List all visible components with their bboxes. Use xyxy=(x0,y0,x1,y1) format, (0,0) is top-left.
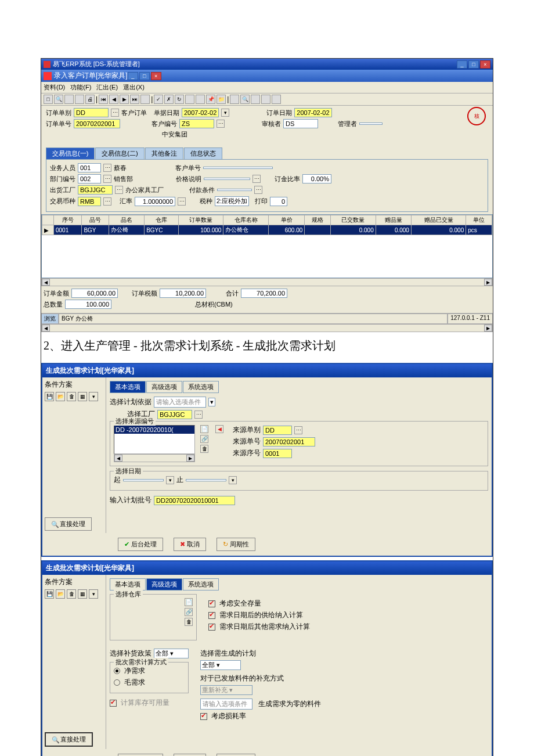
date-to-input[interactable] xyxy=(186,479,226,481)
tab-tx1[interactable]: 交易信息(一) xyxy=(46,147,95,159)
wh-add-icon[interactable]: 📄 xyxy=(185,598,193,606)
grid-col-giftdel[interactable]: 赠品已交量 xyxy=(411,215,466,225)
ship-fac-picker-icon[interactable]: ⋯ xyxy=(115,186,123,194)
copy2-icon[interactable] xyxy=(230,95,239,104)
dept-picker-icon[interactable]: ⋯ xyxy=(103,175,111,183)
pay-cond-input[interactable] xyxy=(217,189,252,191)
rate-input[interactable]: 1.0000000 xyxy=(135,197,175,206)
source-list[interactable]: DD -200702020010( xyxy=(114,425,195,454)
grid-col-qty[interactable]: 订单数量 xyxy=(178,215,223,225)
src-seq-input[interactable]: 0001 xyxy=(263,449,292,458)
tab-advanced[interactable]: 高级选项 xyxy=(146,578,182,591)
order-date2-input[interactable]: 2007-02-02 xyxy=(294,108,331,117)
factory-picker-icon[interactable]: ⋯ xyxy=(194,411,203,419)
grid-col-seq[interactable]: 序号 xyxy=(54,215,82,225)
grid-col-price[interactable]: 单价 xyxy=(269,215,305,225)
list-icon[interactable]: ▦ xyxy=(78,392,87,401)
link-source-icon[interactable]: 🔗 xyxy=(200,435,208,443)
pin-icon[interactable]: 📌 xyxy=(206,95,215,104)
direct-process-button[interactable]: 🔍直接处理 xyxy=(45,732,93,747)
arrow-left-icon[interactable]: ◀ xyxy=(215,425,223,433)
scroll-right-icon[interactable]: ▶ xyxy=(484,279,492,286)
menu-export[interactable]: 汇出(E) xyxy=(96,84,118,91)
radio-gross[interactable] xyxy=(114,679,120,686)
pay-cond-picker-icon[interactable]: ⋯ xyxy=(254,186,262,194)
direct-process-button[interactable]: 🔍直接处理 xyxy=(45,517,92,531)
chk-supply[interactable] xyxy=(208,612,215,619)
refresh-icon[interactable]: ↻ xyxy=(175,95,184,104)
new-icon[interactable]: □ xyxy=(44,95,53,104)
order-grid[interactable]: 序号 品号 品名 仓库 订单数量 仓库名称 单价 规格 已交数量 赠品量 赠品已… xyxy=(42,215,492,235)
discount-input[interactable]: 0.00% xyxy=(302,174,331,183)
outer-hscroll[interactable]: ◀ ▶ xyxy=(41,324,493,332)
date-from-picker-icon[interactable]: ▾ xyxy=(166,476,174,484)
tab-system[interactable]: 系统选项 xyxy=(183,578,219,591)
scroll-right-icon[interactable]: ▶ xyxy=(484,325,492,332)
delete-icon[interactable] xyxy=(75,95,84,104)
sales-code-input[interactable]: 001 xyxy=(78,163,101,172)
tax-select[interactable]: 2:应税外加 xyxy=(215,196,249,206)
last-icon[interactable]: ⏭ xyxy=(130,95,139,104)
save-icon[interactable]: 💾 xyxy=(45,392,54,401)
print-input[interactable]: 0 xyxy=(270,197,287,206)
scroll-left-icon[interactable]: ◀ xyxy=(42,325,50,332)
src-type-picker-icon[interactable]: ⋯ xyxy=(294,426,302,434)
tab-advanced[interactable]: 高级选项 xyxy=(146,381,182,393)
minimize-button[interactable]: _ xyxy=(457,60,467,69)
maximize-button[interactable]: □ xyxy=(468,60,479,69)
search-icon[interactable]: 🔍 xyxy=(240,95,250,104)
grid-col-name[interactable]: 品名 xyxy=(109,215,144,225)
dropdown-icon[interactable]: ▾ xyxy=(89,589,98,599)
chk-demand[interactable] xyxy=(208,624,215,631)
basis-select[interactable]: ▾ xyxy=(208,398,215,406)
grid-col-gift[interactable]: 赠品量 xyxy=(376,215,411,225)
order-date-input[interactable]: 2007-02-02 xyxy=(182,108,219,117)
grid-col-spec[interactable]: 规格 xyxy=(305,215,331,225)
audit-input[interactable]: DS xyxy=(283,119,318,128)
prev-icon[interactable]: ◀ xyxy=(109,95,118,104)
ship-fac-input[interactable]: BGJJGC xyxy=(78,185,113,195)
scroll-left-icon[interactable]: ◀ xyxy=(42,279,50,286)
grid-hscroll[interactable]: ◀ ▶ xyxy=(41,278,493,286)
menu-data[interactable]: 资料(D) xyxy=(44,84,65,91)
dropdown-icon[interactable]: ▾ xyxy=(89,392,98,401)
chk-stock[interactable] xyxy=(110,700,117,707)
chk-loss[interactable] xyxy=(200,713,207,720)
remove-source-icon[interactable]: 🗑 xyxy=(200,445,208,453)
factory-input[interactable]: BGJJGC xyxy=(157,410,192,419)
dept-code-input[interactable]: 002 xyxy=(78,174,101,183)
open-icon[interactable]: 📂 xyxy=(56,392,65,401)
cancel-icon[interactable]: ✗ xyxy=(164,95,174,104)
currency-input[interactable]: RMB xyxy=(78,197,101,206)
chk-safety[interactable] xyxy=(208,600,215,607)
delete-icon[interactable]: 🗑 xyxy=(67,392,76,401)
gen-select[interactable]: 全部 ▾ xyxy=(200,660,241,670)
tab-system[interactable]: 系统选项 xyxy=(183,381,219,393)
save-icon[interactable]: 💾 xyxy=(45,589,54,599)
radio-net[interactable] xyxy=(114,668,120,674)
folder-icon[interactable]: 📁 xyxy=(217,95,226,104)
grid-col-item[interactable]: 品号 xyxy=(82,215,109,225)
date-from-input[interactable] xyxy=(123,479,164,481)
next-icon[interactable]: ▶ xyxy=(120,95,129,104)
grid-icon[interactable] xyxy=(261,95,270,104)
menu-exit[interactable]: 退出(X) xyxy=(123,84,145,91)
close-button[interactable]: × xyxy=(480,60,490,69)
list-icon[interactable]: ▦ xyxy=(78,589,87,599)
date-to-picker-icon[interactable]: ▾ xyxy=(229,476,237,484)
approve-icon[interactable] xyxy=(185,95,194,104)
add-source-icon[interactable]: 📄 xyxy=(200,425,208,433)
batch-input[interactable]: DD200702020010001 xyxy=(154,496,235,505)
order-no-input[interactable]: 20070202001 xyxy=(74,119,120,128)
cust-no-picker-icon[interactable]: ⋯ xyxy=(217,120,225,128)
print-icon[interactable]: 🖨 xyxy=(85,95,95,104)
rate-picker-icon[interactable]: ⋯ xyxy=(178,197,186,206)
order-date-picker-icon[interactable]: ▾ xyxy=(221,109,229,117)
copy-icon[interactable] xyxy=(64,95,74,104)
first-icon[interactable]: ⏮ xyxy=(99,95,108,104)
doc-minimize-button[interactable]: _ xyxy=(128,72,138,80)
table-row[interactable]: ▶ 0001 BGY 办公椅 BGYC 100.000 办公椅仓 600.00 … xyxy=(42,225,492,235)
doc-close-button[interactable]: × xyxy=(151,72,161,80)
policy-select[interactable]: 全部 ▾ xyxy=(154,649,189,658)
cancel-button[interactable]: ✖取消 xyxy=(174,538,206,551)
